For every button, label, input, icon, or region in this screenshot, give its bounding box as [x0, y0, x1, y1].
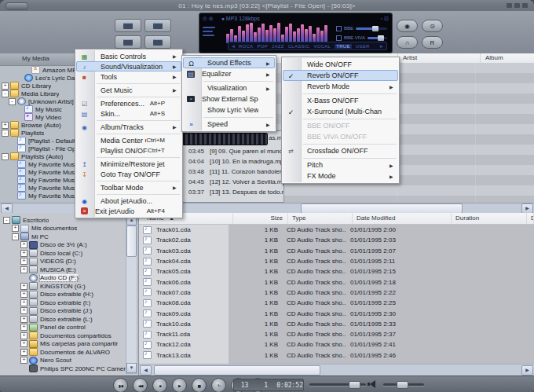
tree-item[interactable]: My Music	[0, 105, 75, 113]
expand-toggle-icon[interactable]: +	[20, 332, 27, 339]
folder-tree-item[interactable]: Audio CD (F:)	[2, 274, 126, 283]
eq-preset[interactable]: ROCK	[239, 44, 254, 49]
toolbar-button-4[interactable]	[144, 35, 171, 49]
folder-tree-item[interactable]: + KINGSTON (G:)	[2, 282, 126, 291]
tree-item[interactable]: - Playlists (Auto)	[0, 152, 75, 160]
folder-tree-item[interactable]: + Disco extraible (I:)	[2, 299, 126, 307]
column-header-type[interactable]: Type	[288, 213, 353, 224]
scroll-right-icon[interactable]: ▶	[521, 365, 533, 376]
tree-item[interactable]: My Favorite Musi	[0, 176, 75, 184]
column-header-duration[interactable]: Duration	[452, 213, 527, 224]
file-row[interactable]: Track10.cda 1 KB CD Audio Track sho... 0…	[139, 319, 534, 329]
tree-item[interactable]: + CD Library	[0, 82, 75, 90]
title-bar[interactable]: 01 : Hoy te nes.mp3 [03:22] <[Playlist -…	[0, 0, 534, 11]
toolbar-button-1[interactable]	[115, 19, 141, 32]
playlist-item[interactable]: 03:37 [13] 13. Despues de todo.mp3	[182, 187, 283, 197]
eq-preset[interactable]: VOCAL	[313, 44, 331, 49]
tree-item[interactable]: My Favorite Musi	[0, 192, 75, 200]
file-list-hscrollbar[interactable]: ◀ ▶	[139, 364, 534, 376]
eq-preset[interactable]: CLASSIC	[288, 44, 310, 49]
file-row[interactable]: Track08.cda 1 KB CD Audio Track sho... 0…	[139, 298, 534, 308]
menu-item[interactable]: BBE ON/OFF	[282, 120, 399, 131]
expand-toggle-icon[interactable]: -	[3, 217, 10, 224]
column-header-size[interactable]: Size	[233, 213, 288, 224]
file-row[interactable]: Track06.cda 1 KB CD Audio Track sho... 0…	[139, 277, 534, 287]
menu-item[interactable]: ▪ Show External Spectrum Window	[182, 93, 276, 104]
tree-item[interactable]: [Playlist - Default	[0, 137, 75, 145]
folder-tree-item[interactable]: + Documentos compartidos	[2, 332, 126, 340]
volume-slider[interactable]	[383, 383, 424, 386]
explorer-vscrollbar[interactable]: ▲ ▼	[126, 214, 137, 374]
expand-toggle-icon[interactable]: -	[9, 98, 16, 105]
menu-item[interactable]: Ω Sound Effects ▶	[182, 57, 276, 68]
expand-toggle-icon[interactable]: +	[20, 258, 27, 265]
playlist-item[interactable]: 04:45 [12] 12. Volver a Sevilla.mp3	[182, 177, 283, 187]
menu-item[interactable]: Wide ON/OFF	[282, 59, 399, 70]
lcd-left-icons[interactable]: ⊙ ⊘	[203, 16, 214, 22]
playlist-item[interactable]: 03:45 [9] 09. Que paren el mundo.mp3	[182, 146, 283, 156]
file-row[interactable]: Track13.cda 1 KB CD Audio Track sho... 0…	[139, 350, 534, 361]
folder-tree-item[interactable]: + Disco extraible (J:)	[2, 307, 126, 316]
scroll-down-icon[interactable]: ▼	[126, 363, 137, 373]
tree-item[interactable]: - [Unknown Artist]	[0, 97, 75, 105]
tree-item[interactable]: + Browse (Auto)	[0, 121, 75, 129]
menu-item[interactable]: × Exit jetAudio Alt+F4	[75, 206, 182, 216]
expand-toggle-icon[interactable]: +	[12, 225, 19, 232]
playlist-item[interactable]: 03:48 [11] 11. Corazon bandolero.mp3	[182, 167, 283, 177]
expand-toggle-icon[interactable]: +	[20, 283, 27, 290]
scroll-left-icon[interactable]: ◀	[140, 365, 152, 376]
folder-tree-item[interactable]: + Disco local (C:)	[2, 249, 126, 258]
folder-tree-item[interactable]: + Documentos de ALVARO	[2, 348, 126, 357]
folder-tree-item[interactable]: + Panel de control	[2, 324, 126, 332]
tree-item[interactable]: My Favorite Musi	[0, 160, 75, 168]
expand-toggle-icon[interactable]: -	[2, 130, 9, 137]
expand-toggle-icon[interactable]: +	[20, 299, 27, 306]
playlist-item[interactable]: 04:04 [10] 10. En la madruga.mp3	[182, 156, 283, 167]
pause-button[interactable]: ▮▮	[192, 378, 207, 392]
lcd-mode-labels[interactable]	[199, 23, 226, 43]
folder-tree-item[interactable]: + Nero Scout	[2, 357, 126, 365]
scrollbar-thumb[interactable]	[126, 225, 137, 257]
preset-left-arrow-icon[interactable]: ◄	[231, 44, 236, 49]
column-header-album[interactable]: Album	[480, 53, 534, 63]
tree-item[interactable]: My Favorite Musi	[0, 184, 75, 192]
bbe-checkbox[interactable]	[336, 26, 342, 31]
tree-item[interactable]: Leo's Lyric Datab	[0, 74, 75, 82]
eq-preset[interactable]: TRUE	[335, 44, 352, 49]
prev-button[interactable]: ▮◀	[113, 378, 128, 392]
folder-tree-item[interactable]: + MUSICA (E:)	[2, 266, 126, 274]
lcd-right-icons[interactable]: ▫ ⊡	[381, 16, 389, 22]
folder-tree-item[interactable]: + Mis carpetas para compartir	[2, 340, 126, 349]
expand-toggle-icon[interactable]: +	[20, 357, 27, 364]
file-row[interactable]: Track04.cda 1 KB CD Audio Track sho... 0…	[139, 256, 534, 266]
column-header-artist[interactable]: Artist	[397, 53, 480, 63]
close-icon[interactable]	[522, 3, 528, 8]
tree-item[interactable]: My Favorite Musi	[0, 168, 75, 176]
expand-toggle-icon[interactable]: +	[20, 241, 27, 248]
bbe-viva-checkbox[interactable]	[336, 35, 342, 41]
file-row[interactable]: Track03.cda 1 KB CD Audio Track sho... 0…	[139, 246, 534, 256]
tree-item[interactable]: Amazon MP3	[0, 66, 75, 74]
menu-item[interactable]: X-Bass ON/OFF	[282, 95, 399, 106]
eq-preset[interactable]: POP	[258, 44, 269, 49]
power-button[interactable]: ⊙	[422, 20, 443, 32]
column-header-date-modified[interactable]: Date Modified	[353, 213, 452, 224]
eq-preset[interactable]: USER	[356, 44, 370, 49]
volume-slider-thumb[interactable]	[397, 381, 408, 389]
play-button[interactable]: ▶	[172, 378, 187, 392]
toolbar-button-2[interactable]	[144, 19, 171, 32]
restore-icon[interactable]	[514, 3, 520, 8]
file-row[interactable]: Track11.cda 1 KB CD Audio Track sho... 0…	[139, 329, 534, 339]
seek-slider-thumb[interactable]	[349, 381, 360, 389]
column-header-dimension[interactable]: Dimensi	[527, 213, 534, 224]
preset-right-arrow-icon[interactable]: ►	[379, 44, 384, 49]
rewind-button[interactable]: ◀◀	[133, 378, 148, 392]
folder-tree-item[interactable]: + Disco extraible (H:)	[2, 291, 126, 299]
speaker-button[interactable]: ◉	[397, 20, 418, 32]
repeat-button[interactable]: ↻	[211, 378, 226, 392]
folder-tree-item[interactable]: - Mi PC	[2, 233, 126, 241]
expand-toggle-icon[interactable]: -	[12, 233, 19, 240]
tree-item[interactable]: [Playlist - File Op	[0, 145, 75, 152]
tree-item[interactable]: - Media Library	[0, 90, 75, 97]
menu-item[interactable]: » Speed ▶	[182, 119, 276, 130]
